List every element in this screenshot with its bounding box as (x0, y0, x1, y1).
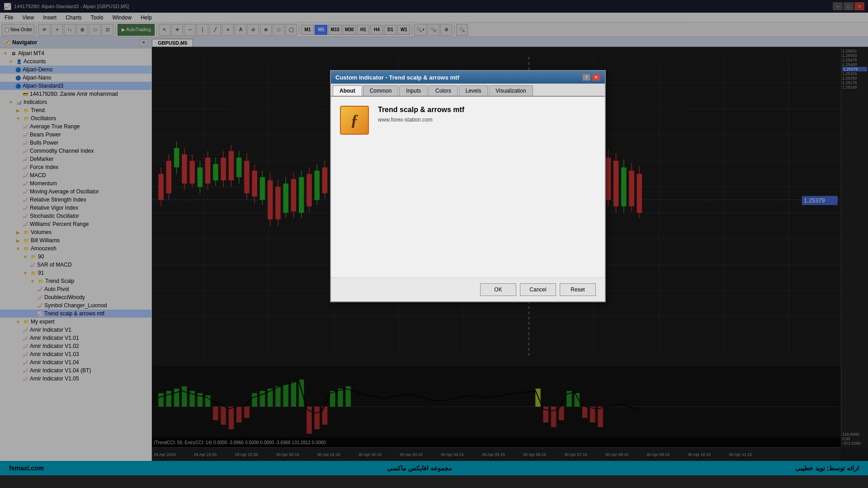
dialog-titlebar: Custom Indicator - Trend scalp & arrows … (331, 71, 605, 84)
dialog-footer: OK Cancel Reset (331, 277, 605, 301)
dialog-tab-inputs[interactable]: Inputs (399, 85, 428, 96)
dialog-content-area: ƒ Trend scalp & arrows mtf www.forex-sta… (331, 97, 605, 277)
dialog-reset-button[interactable]: Reset (560, 283, 596, 296)
dialog-ok-button[interactable]: OK (480, 283, 516, 296)
indicator-icon: ƒ (340, 106, 369, 135)
dialog-close-button[interactable]: ✕ (592, 74, 600, 81)
dialog-tab-common[interactable]: Common (363, 85, 399, 96)
indicator-info: Trend scalp & arrows mtf www.forex-stati… (378, 106, 596, 123)
dialog-tab-levels[interactable]: Levels (459, 85, 488, 96)
indicator-name: Trend scalp & arrows mtf (378, 106, 596, 114)
dialog-tabs-bar: About Common Inputs Colors Levels Visual… (331, 84, 605, 97)
dialog-tab-about[interactable]: About (333, 85, 362, 96)
dialog-title: Custom Indicator - Trend scalp & arrows … (335, 74, 459, 81)
dialog-tab-visualization[interactable]: Visualization (489, 85, 533, 96)
indicator-url: www.forex-station.com (378, 117, 596, 123)
dialog-cancel-button[interactable]: Cancel (520, 283, 556, 296)
dialog-help-button[interactable]: ? (582, 74, 590, 81)
dialog-window-controls: ? ✕ (582, 74, 600, 81)
custom-indicator-dialog: Custom Indicator - Trend scalp & arrows … (330, 70, 606, 302)
dialog-tab-colors[interactable]: Colors (429, 85, 458, 96)
